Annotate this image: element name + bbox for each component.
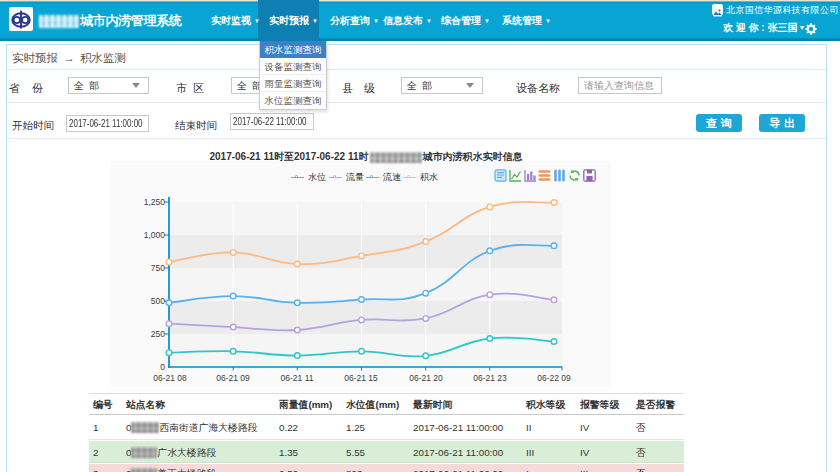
svg-text:06-21 08: 06-21 08: [153, 373, 187, 383]
svg-text:06-22 09: 06-22 09: [537, 373, 571, 383]
svg-text:06-21 23: 06-21 23: [473, 373, 507, 383]
svg-text:250: 250: [151, 329, 165, 339]
svg-text:06-21 15: 06-21 15: [344, 373, 378, 383]
svg-text:500: 500: [151, 296, 165, 306]
svg-text:1,250: 1,250: [144, 197, 166, 207]
svg-text:1,000: 1,000: [144, 230, 166, 240]
svg-text:06-21 20: 06-21 20: [409, 373, 443, 383]
svg-text:0: 0: [160, 362, 165, 372]
svg-text:750: 750: [151, 263, 165, 273]
svg-text:06-21 11: 06-21 11: [281, 373, 314, 383]
svg-text:06-21 09: 06-21 09: [216, 373, 250, 383]
